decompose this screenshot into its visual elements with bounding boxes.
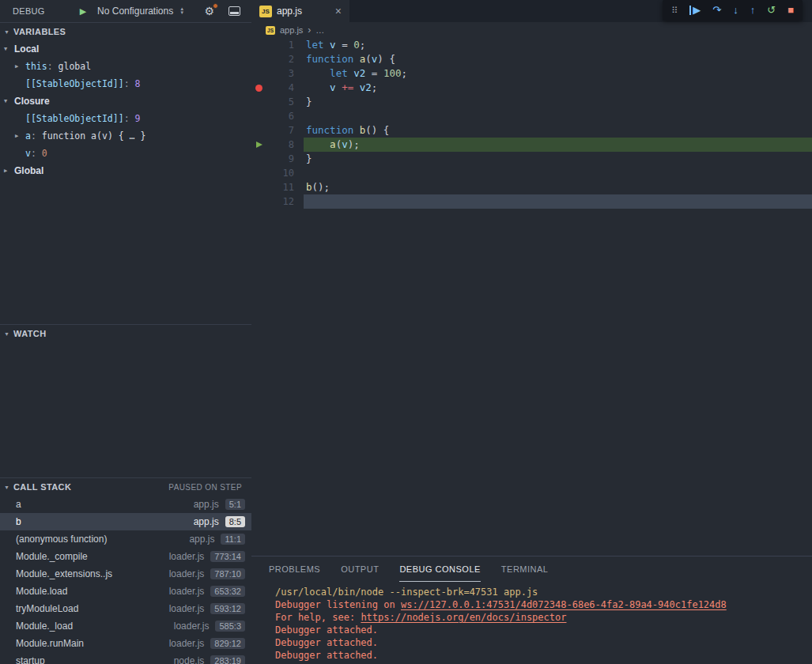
configure-gear-button[interactable]: ⚙ — [204, 5, 214, 17]
variable-row[interactable]: [[StableObjectId]]: 8 — [0, 75, 251, 92]
console-line: For help, see: https://nodejs.org/en/doc… — [275, 611, 812, 624]
variable-separator: : — [31, 130, 42, 141]
breakpoint-gutter[interactable] — [251, 123, 270, 138]
scope-row-local[interactable]: ▼Local — [0, 40, 251, 58]
variable-separator: : — [124, 113, 135, 124]
console-link[interactable]: https://nodejs.org/en/docs/inspector — [361, 612, 566, 623]
start-debugging-button[interactable]: ▶ — [80, 6, 86, 17]
frame-position-badge: 283:19 — [210, 655, 245, 664]
call-stack-list: aapp.js5:1bapp.js8:5(anonymous function)… — [0, 496, 251, 664]
breakpoint-gutter[interactable] — [251, 38, 270, 52]
console-text: Debugger attached. — [275, 637, 378, 648]
breakpoint-gutter[interactable] — [251, 81, 270, 95]
panel-tab-bar: PROBLEMSOUTPUTDEBUG CONSOLETERMINAL — [251, 556, 812, 582]
stack-frame[interactable]: Module.runMainloader.js829:12 — [0, 635, 251, 652]
line-number: 10 — [270, 166, 294, 180]
step-out-button[interactable]: ↑ — [750, 0, 756, 21]
code-line: 7function b() { — [251, 123, 812, 138]
debug-config-dropdown[interactable]: No Configurations ▲▼ — [97, 6, 184, 17]
variable-row[interactable]: v: 0 — [0, 145, 251, 162]
panel-tab-terminal[interactable]: TERMINAL — [501, 556, 549, 582]
code-line: 11b(); — [251, 180, 812, 194]
code-line-text: a(v); — [304, 138, 812, 152]
code-line-text: let v2 = 100; — [304, 66, 812, 81]
continue-button[interactable]: ▶ — [689, 0, 701, 21]
step-over-button[interactable]: ↷ — [712, 0, 721, 21]
collapse-icon: ▼ — [4, 29, 13, 35]
stack-frame[interactable]: bapp.js8:5 — [0, 513, 251, 530]
breakpoint-gutter[interactable] — [251, 166, 270, 180]
code-line-text: let v = 0; — [304, 38, 812, 52]
breadcrumb[interactable]: JS app.js › … — [251, 22, 812, 38]
variable-value: 0 — [42, 148, 47, 159]
paused-status-label: PAUSED ON STEP — [168, 483, 242, 492]
breakpoint-gutter[interactable] — [251, 138, 270, 152]
variable-row[interactable]: ▶this: global — [0, 58, 251, 75]
frame-file: loader.js — [169, 638, 205, 649]
breadcrumb-file[interactable]: app.js — [280, 25, 303, 35]
breakpoint-icon[interactable] — [255, 85, 262, 92]
scope-row-closure[interactable]: ▼Closure — [0, 92, 251, 110]
variable-row[interactable]: [[StableObjectId]]: 9 — [0, 110, 251, 127]
frame-file: node.js — [174, 655, 205, 664]
breakpoint-gutter[interactable] — [251, 194, 270, 209]
stack-frame[interactable]: Module._compileloader.js773:14 — [0, 548, 251, 565]
frame-position-badge: 585:3 — [215, 621, 245, 632]
frame-position-badge: 653:32 — [210, 586, 245, 597]
twisty-icon: ▼ — [4, 46, 14, 52]
stack-frame[interactable]: startupnode.js283:19 — [0, 652, 251, 664]
frame-file: loader.js — [169, 568, 205, 579]
debug-toolbar: ⠿▶↷↓↑↺■ — [663, 0, 803, 21]
code-editor[interactable]: 1let v = 0;2function a(v) {3 let v2 = 10… — [251, 38, 812, 556]
line-number: 1 — [270, 38, 294, 52]
debug-console-output: /usr/local/bin/node --inspect-brk=47531 … — [251, 582, 812, 664]
watch-section-header[interactable]: ▼ WATCH — [0, 325, 251, 342]
stack-frame[interactable]: tryModuleLoadloader.js593:12 — [0, 600, 251, 617]
console-line: Debugger listening on ws://127.0.0.1:475… — [275, 598, 812, 611]
breakpoint-gutter[interactable] — [251, 66, 270, 81]
frame-name: Module.runMain — [16, 638, 84, 649]
scope-row-global[interactable]: ▶Global — [0, 162, 251, 179]
close-icon[interactable]: × — [335, 5, 342, 17]
breakpoint-gutter[interactable] — [251, 109, 270, 123]
variables-section-header[interactable]: ▼ VARIABLES — [0, 23, 251, 40]
breadcrumb-more[interactable]: … — [315, 25, 324, 35]
frame-position-badge: 8:5 — [225, 516, 245, 527]
stack-frame[interactable]: aapp.js5:1 — [0, 496, 251, 513]
call-stack-section-header[interactable]: ▼ CALL STACK PAUSED ON STEP — [0, 478, 251, 496]
continue-icon: ▶ — [689, 6, 701, 15]
frame-file: app.js — [194, 516, 219, 527]
console-link[interactable]: ws://127.0.0.1:47531/4d072348-68e6-4fa2-… — [401, 599, 727, 610]
stack-frame[interactable]: Module._loadloader.js585:3 — [0, 617, 251, 635]
step-into-button[interactable]: ↓ — [733, 0, 738, 21]
frame-name: Module._extensions..js — [16, 568, 112, 579]
panel-tab-output[interactable]: OUTPUT — [341, 556, 379, 582]
variable-value: function a(v) { … } — [42, 130, 146, 141]
line-number: 6 — [270, 109, 294, 123]
editor-area: JS app.js × ⠿▶↷↓↑↺■ JS app.js › … 1let v… — [251, 0, 812, 664]
panel-tab-debug-console[interactable]: DEBUG CONSOLE — [399, 556, 480, 582]
panel-tab-problems[interactable]: PROBLEMS — [269, 556, 320, 582]
tab-app-js[interactable]: JS app.js × — [251, 0, 349, 22]
drag-handle-button[interactable]: ⠿ — [671, 0, 678, 21]
stack-frame[interactable]: Module.loadloader.js653:32 — [0, 583, 251, 600]
breakpoint-gutter[interactable] — [251, 180, 270, 194]
breakpoint-gutter[interactable] — [251, 152, 270, 166]
code-line: 5} — [251, 95, 812, 109]
code-line: 8 a(v); — [251, 138, 812, 152]
frame-file: app.js — [189, 534, 214, 545]
variable-row[interactable]: ▶a: function a(v) { … } — [0, 127, 251, 145]
breakpoint-gutter[interactable] — [251, 52, 270, 66]
code-line: 4 v += v2; — [251, 81, 812, 95]
stop-button[interactable]: ■ — [787, 0, 794, 21]
javascript-file-icon: JS — [266, 26, 275, 35]
console-text: /usr/local/bin/node --inspect-brk=47531 … — [275, 587, 538, 598]
restart-button[interactable]: ↺ — [767, 0, 776, 21]
stop-icon: ■ — [787, 0, 794, 21]
bottom-panel: PROBLEMSOUTPUTDEBUG CONSOLETERMINAL /usr… — [251, 556, 812, 664]
debug-console-toggle-button[interactable] — [228, 6, 240, 16]
stack-frame[interactable]: Module._extensions..jsloader.js787:10 — [0, 565, 251, 583]
stack-frame[interactable]: (anonymous function)app.js11:1 — [0, 530, 251, 548]
variable-value: 9 — [134, 113, 140, 124]
breakpoint-gutter[interactable] — [251, 95, 270, 109]
